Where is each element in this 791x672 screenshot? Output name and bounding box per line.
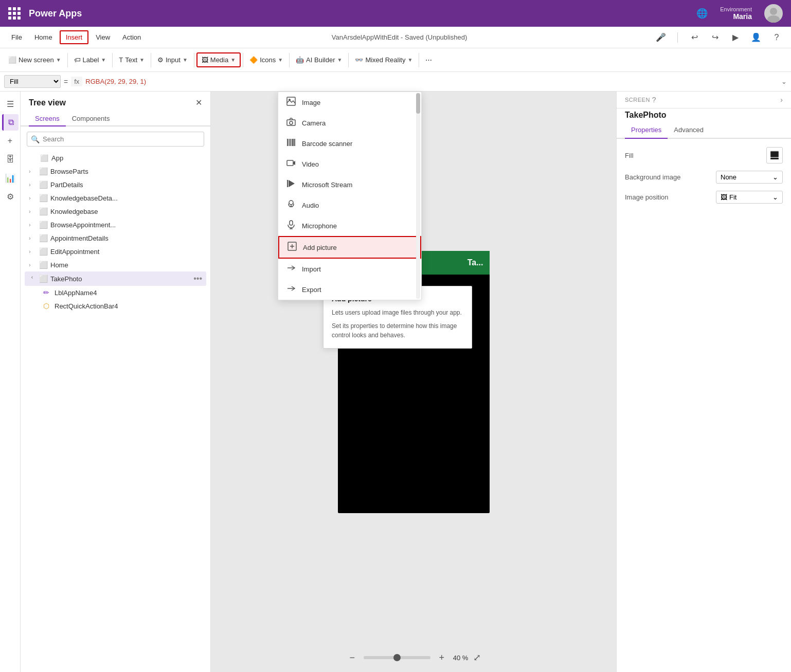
tree-view-header: Tree view ✕ xyxy=(21,92,210,107)
item-label: EditAppointment xyxy=(50,248,202,256)
sep2 xyxy=(112,53,113,67)
dropdown-export[interactable]: Export xyxy=(278,279,421,300)
dropdown-addpicture[interactable]: Add picture xyxy=(278,236,421,259)
tab-components[interactable]: Components xyxy=(66,112,116,126)
tab-properties[interactable]: Properties xyxy=(625,122,668,139)
dropdown-barcode[interactable]: Barcode scanner xyxy=(278,133,421,154)
zoom-slider[interactable] xyxy=(364,656,430,659)
sidebar-chart-icon[interactable]: 📊 xyxy=(2,170,19,186)
sidebar-menu-icon[interactable]: ☰ xyxy=(2,96,19,112)
environment-info: Environment Maria xyxy=(720,6,752,21)
audio-label: Audio xyxy=(302,202,319,209)
help-icon[interactable]: ? xyxy=(652,96,656,104)
more-button[interactable]: ⋯ xyxy=(421,53,436,66)
menu-file[interactable]: File xyxy=(6,31,27,43)
svg-rect-13 xyxy=(294,139,295,146)
run-icon[interactable]: ▶ xyxy=(727,29,744,46)
dropdown-stream[interactable]: Microsoft Stream xyxy=(278,174,421,195)
property-selector[interactable]: Fill xyxy=(4,75,61,88)
sidebar-plus-icon[interactable]: + xyxy=(2,133,19,149)
zoom-in-button[interactable]: + xyxy=(436,651,448,664)
help-icon[interactable]: ? xyxy=(768,29,785,46)
tab-advanced[interactable]: Advanced xyxy=(668,122,710,139)
user-avatar[interactable] xyxy=(764,4,783,23)
fit-screen-icon[interactable]: ⤢ xyxy=(473,652,481,663)
fill-icon xyxy=(769,150,780,160)
bg-image-row: Background image None ⌄ xyxy=(625,171,783,184)
sidebar-settings-icon[interactable]: ⚙ xyxy=(2,188,19,205)
input-button[interactable]: ⚙ Input ▼ xyxy=(153,53,192,66)
svg-rect-2 xyxy=(770,151,779,157)
user-icon[interactable]: 👤 xyxy=(748,29,764,46)
tree-view-close-button[interactable]: ✕ xyxy=(195,98,202,107)
scroll-thumb xyxy=(416,93,420,114)
zoom-out-button[interactable]: − xyxy=(346,651,358,664)
new-screen-button[interactable]: ⬜ New screen ▼ xyxy=(4,53,65,66)
tree-item-rectquickactionbar4[interactable]: ⬡ RectQuickActionBar4 xyxy=(25,299,206,313)
fill-label: Fill xyxy=(625,152,634,159)
dropdown-import[interactable]: Import xyxy=(278,259,421,279)
ai-builder-button[interactable]: 🤖 AI Builder ▼ xyxy=(292,53,346,66)
comments-icon[interactable]: 🎤 xyxy=(653,29,669,46)
icons-button[interactable]: 🔶 Icons ▼ xyxy=(245,53,287,66)
svg-marker-15 xyxy=(289,180,295,187)
mixed-reality-button[interactable]: 👓 Mixed Reality ▼ xyxy=(351,53,417,66)
fill-button[interactable] xyxy=(766,147,783,164)
audio-icon xyxy=(285,199,297,211)
app-grid-icon[interactable] xyxy=(8,7,21,20)
chevron-right-icon: › xyxy=(29,248,37,255)
fx-button[interactable]: fx xyxy=(71,77,82,86)
menu-home[interactable]: Home xyxy=(29,31,58,43)
chevron-right-icon: › xyxy=(29,168,37,174)
expand-icon[interactable]: › xyxy=(780,96,783,104)
menu-action[interactable]: Action xyxy=(117,31,146,43)
addpicture-icon xyxy=(286,242,298,253)
tree-item-appointmentdetails[interactable]: › ⬜ AppointmentDetails xyxy=(25,231,206,245)
svg-point-1 xyxy=(767,15,780,23)
menu-insert[interactable]: Insert xyxy=(60,30,89,44)
tree-item-knowledgebase[interactable]: › ⬜ Knowledgebase xyxy=(25,205,206,218)
svg-point-0 xyxy=(770,8,777,15)
undo-icon[interactable]: ↩ xyxy=(686,29,703,46)
dropdown-audio[interactable]: Audio xyxy=(278,195,421,215)
dropdown-camera[interactable]: Camera xyxy=(278,113,421,133)
dropdown-image[interactable]: Image xyxy=(278,92,421,113)
app-label: App xyxy=(51,154,63,162)
tree-item-lblappname4[interactable]: ✏ LblAppName4 xyxy=(25,286,206,299)
tree-item-browseparts[interactable]: › ⬜ BrowseParts xyxy=(25,165,206,178)
item-label: Home xyxy=(50,261,202,269)
dropdown-video[interactable]: Video xyxy=(278,154,421,174)
formula-input[interactable] xyxy=(85,78,778,85)
screen-icon: ⬜ xyxy=(39,180,48,189)
tree-item-home[interactable]: › ⬜ Home xyxy=(25,258,206,271)
scrollbar[interactable] xyxy=(416,93,420,299)
label-button[interactable]: 🏷 Label ▼ xyxy=(70,53,111,66)
more-options-icon[interactable]: ••• xyxy=(193,274,202,283)
media-button[interactable]: 🖼 Media ▼ xyxy=(196,52,241,67)
sidebar-database-icon[interactable]: 🗄 xyxy=(2,151,19,168)
tree-item-browseappointment[interactable]: › ⬜ BrowseAppointment... xyxy=(25,218,206,231)
media-icon: 🖼 xyxy=(202,56,208,64)
search-input[interactable] xyxy=(27,132,204,147)
sidebar-layers-icon[interactable]: ⧉ xyxy=(2,114,19,131)
tree-item-partdetails[interactable]: › ⬜ PartDetails xyxy=(25,178,206,191)
tab-screens[interactable]: Screens xyxy=(29,112,66,126)
tree-item-takephoto[interactable]: ⌄ ⬜ TakePhoto ••• xyxy=(25,271,206,286)
chevron-right-icon: › xyxy=(29,195,37,201)
tree-item-app[interactable]: ⬜ App xyxy=(25,152,206,165)
chevron-down-icon3: ▼ xyxy=(139,57,145,63)
menu-view[interactable]: View xyxy=(91,31,115,43)
tree-item-knowledgebasedetails[interactable]: › ⬜ KnowledgebaseDeta... xyxy=(25,191,206,205)
dropdown-microphone[interactable]: Microphone xyxy=(278,215,421,236)
video-icon xyxy=(285,158,297,170)
image-position-row: Image position 🖼 Fit ⌄ xyxy=(625,191,783,204)
chevron-down-icon4: ▼ xyxy=(183,57,188,63)
text-button[interactable]: T Text ▼ xyxy=(115,53,149,66)
tree-item-editappointment[interactable]: › ⬜ EditAppointment xyxy=(25,245,206,258)
formula-expand-icon[interactable]: ⌄ xyxy=(781,78,787,85)
bg-image-select[interactable]: None ⌄ xyxy=(716,171,783,184)
more-icon: ⋯ xyxy=(425,56,432,64)
image-position-select[interactable]: 🖼 Fit ⌄ xyxy=(716,191,783,204)
redo-icon[interactable]: ↪ xyxy=(707,29,723,46)
equals-sign: = xyxy=(64,78,68,86)
